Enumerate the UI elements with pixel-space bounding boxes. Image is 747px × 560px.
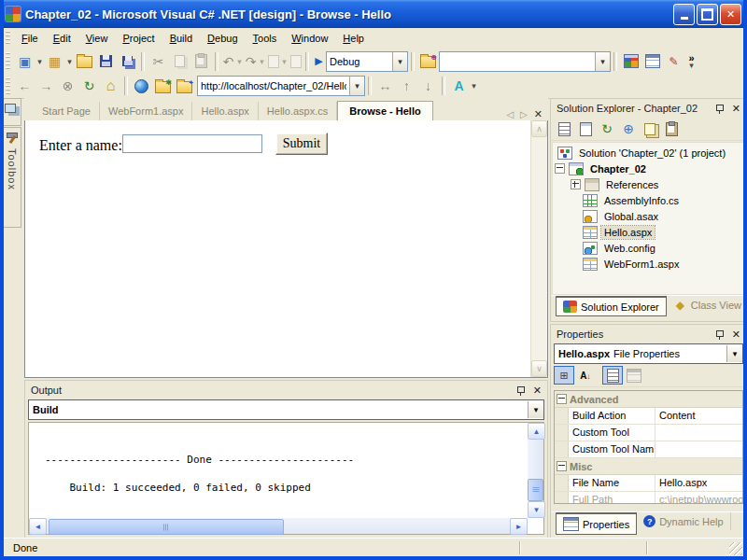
property-category-misc[interactable]: Misc bbox=[555, 458, 742, 475]
tab-solution-explorer[interactable]: Solution Explorer bbox=[556, 296, 667, 316]
url-combo[interactable]: ▾ bbox=[197, 76, 365, 96]
tree-item-chapter-02[interactable]: Chapter_02 bbox=[553, 161, 744, 176]
navigate-forward-button[interactable] bbox=[289, 51, 303, 72]
solution-explorer-button[interactable] bbox=[620, 51, 641, 72]
properties-view-button[interactable] bbox=[602, 366, 623, 385]
minimize-button[interactable] bbox=[673, 4, 695, 25]
tab-hello-aspx[interactable]: Hello.aspx bbox=[192, 102, 258, 120]
config-dropdown-icon[interactable]: ▾ bbox=[392, 52, 407, 71]
redo-button[interactable]: ↷ bbox=[244, 51, 258, 72]
horizontal-scroll-thumb[interactable] bbox=[49, 519, 284, 535]
category-collapse[interactable] bbox=[555, 461, 568, 471]
close-icon[interactable]: ✕ bbox=[732, 329, 740, 341]
minus-expander-icon[interactable] bbox=[557, 461, 567, 471]
solution-configurations-combo[interactable]: ▾ bbox=[326, 51, 408, 72]
maximize-button[interactable] bbox=[697, 4, 718, 25]
menu-window[interactable]: Window bbox=[284, 30, 335, 47]
web-stop-button[interactable]: ⊗ bbox=[57, 76, 78, 96]
resize-grip[interactable] bbox=[729, 542, 742, 555]
scroll-track[interactable] bbox=[284, 518, 510, 534]
property-row-file-name[interactable]: File NameHello.aspx bbox=[555, 475, 742, 492]
pin-icon[interactable] bbox=[715, 329, 725, 340]
server-explorer-tab[interactable] bbox=[4, 98, 21, 126]
web-refresh-button[interactable]: ↻ bbox=[78, 76, 100, 96]
scroll-up-icon[interactable]: ∧ bbox=[531, 120, 547, 137]
web-home-button[interactable]: ⌂ bbox=[100, 76, 121, 96]
paste-button[interactable] bbox=[190, 51, 212, 72]
output-pane-combo[interactable]: Build ▾ bbox=[28, 399, 544, 420]
new-project-dropdown[interactable]: ▾ bbox=[35, 57, 44, 66]
add-item-button[interactable]: ▦ bbox=[44, 51, 65, 72]
minus-expander-icon[interactable] bbox=[555, 163, 565, 174]
redo-dropdown[interactable]: ▾ bbox=[258, 57, 266, 66]
font-size-dropdown[interactable]: ▾ bbox=[470, 81, 478, 91]
refresh-button[interactable]: ↻ bbox=[597, 119, 617, 138]
toolbar-overflow-button[interactable]: »▾ bbox=[684, 51, 698, 72]
property-value[interactable] bbox=[655, 425, 742, 441]
object-selector-combo[interactable]: Hello.aspx File Properties ▾ bbox=[554, 343, 743, 364]
property-row-custom-tool[interactable]: Custom Tool bbox=[555, 425, 742, 441]
output-titlebar[interactable]: Output ✕ bbox=[25, 381, 547, 399]
scroll-up-arrow-icon[interactable]: ▲ bbox=[528, 423, 545, 440]
property-value[interactable]: Content bbox=[655, 408, 742, 424]
scroll-tabs-right-button[interactable]: ▷ bbox=[520, 109, 528, 119]
web-search-button[interactable] bbox=[131, 76, 152, 96]
copy-button[interactable] bbox=[169, 51, 190, 72]
submit-button[interactable]: Submit bbox=[275, 133, 328, 155]
tab-start-page[interactable]: Start Page bbox=[34, 102, 100, 120]
titlebar[interactable]: Chapter_02 - Microsoft Visual C# .NET [d… bbox=[0, 0, 747, 28]
new-project-button[interactable]: ▣ bbox=[14, 51, 35, 72]
property-value[interactable] bbox=[655, 441, 742, 457]
undo-button[interactable]: ↶ bbox=[221, 51, 235, 72]
view-designer-button[interactable] bbox=[575, 119, 596, 138]
add-favorite-button[interactable]: + bbox=[174, 76, 195, 96]
output-horizontal-scrollbar[interactable]: ◄ ► bbox=[29, 518, 528, 534]
navigate-backward-button[interactable] bbox=[266, 51, 280, 72]
menu-tools[interactable]: Tools bbox=[246, 30, 285, 47]
alphabetical-button[interactable]: A↓ bbox=[575, 366, 596, 385]
pin-icon[interactable] bbox=[715, 104, 725, 114]
tab-webform1-aspx[interactable]: WebForm1.aspx bbox=[100, 102, 193, 120]
minus-expander-icon[interactable] bbox=[557, 394, 567, 404]
categorized-button[interactable]: ⊞ bbox=[554, 366, 574, 385]
property-value[interactable]: c:\inetpub\wwwroot\C bbox=[655, 492, 742, 504]
toolbox-tab[interactable]: Toolbox bbox=[4, 127, 21, 228]
output-pane-dropdown-icon[interactable]: ▾ bbox=[528, 401, 543, 418]
tree-item-global-asax[interactable]: Global.asax bbox=[553, 208, 744, 224]
tab-properties[interactable]: Properties bbox=[556, 512, 637, 535]
show-all-files-button[interactable] bbox=[640, 119, 660, 138]
tree-item-references[interactable]: References bbox=[553, 176, 744, 192]
output-text[interactable]: ---------------------- Done ------------… bbox=[29, 425, 528, 518]
copy-project-button[interactable]: ⊕ bbox=[618, 119, 639, 138]
properties-window-button[interactable] bbox=[641, 51, 663, 72]
scroll-left-arrow-icon[interactable]: ◄ bbox=[29, 518, 47, 535]
scroll-down-arrow-icon[interactable]: ▼ bbox=[528, 501, 545, 518]
font-size-button[interactable]: A bbox=[448, 76, 470, 96]
add-item-dropdown[interactable]: ▾ bbox=[65, 57, 74, 66]
menu-help[interactable]: Help bbox=[335, 30, 372, 47]
tree-item-assemblyinfo-cs[interactable]: AssemblyInfo.cs bbox=[553, 192, 744, 208]
move-up-button[interactable]: ↑ bbox=[396, 76, 417, 96]
solution-explorer-titlebar[interactable]: Solution Explorer - Chapter_02 ✕ bbox=[551, 99, 746, 118]
tab-dynamic-help[interactable]: ?Dynamic Help bbox=[637, 512, 730, 530]
menu-build[interactable]: Build bbox=[162, 30, 200, 47]
property-category-advanced[interactable]: Advanced bbox=[555, 391, 742, 408]
toolbox-window-button[interactable]: ✎ bbox=[663, 51, 684, 72]
url-dropdown-icon[interactable]: ▾ bbox=[349, 77, 364, 95]
scroll-right-arrow-icon[interactable]: ► bbox=[510, 518, 528, 535]
close-icon[interactable]: ✕ bbox=[533, 385, 542, 397]
name-input[interactable] bbox=[122, 134, 262, 153]
browser-vertical-scrollbar[interactable]: ∧ ∨ bbox=[530, 120, 547, 377]
view-code-button[interactable] bbox=[554, 119, 574, 138]
scroll-down-icon[interactable]: ∨ bbox=[531, 360, 547, 377]
properties-button[interactable] bbox=[661, 119, 682, 138]
toolbar-grip[interactable] bbox=[6, 52, 10, 70]
menu-debug[interactable]: Debug bbox=[200, 30, 245, 47]
find-dropdown-icon[interactable]: ▾ bbox=[595, 52, 610, 71]
tab-browse-hello[interactable]: Browse - Hello bbox=[337, 101, 432, 120]
category-collapse[interactable] bbox=[555, 394, 568, 404]
plus-expander-icon[interactable] bbox=[571, 179, 581, 189]
tree-item-hello-aspx[interactable]: Hello.aspx bbox=[553, 224, 744, 240]
vertical-scroll-thumb[interactable] bbox=[528, 479, 543, 501]
toolbar-grip[interactable] bbox=[6, 31, 10, 45]
